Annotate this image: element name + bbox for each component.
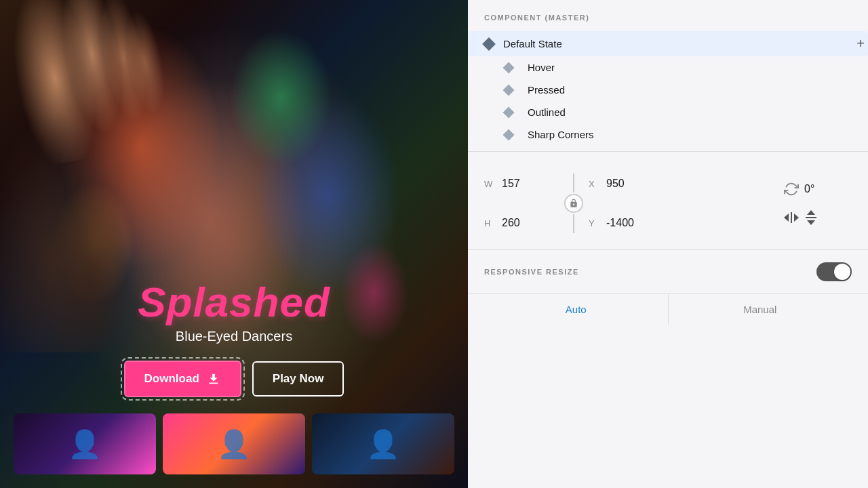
responsive-toggle[interactable] xyxy=(816,262,852,281)
y-label: Y xyxy=(589,218,599,228)
thumb-person-3: 👤 xyxy=(312,413,454,474)
state-sharp-corners[interactable]: Sharp Corners xyxy=(484,123,852,146)
rotation-value: 0° xyxy=(804,183,845,195)
component-label: COMPONENT (MASTER) xyxy=(484,14,852,22)
thumbnails-row: 👤 👤 👤 xyxy=(0,413,468,474)
w-value: 157 xyxy=(502,178,542,190)
state-outlined[interactable]: Outlined xyxy=(484,101,852,123)
app-title: Splashed xyxy=(138,278,330,326)
state-diamond-default xyxy=(482,37,496,51)
divider-1 xyxy=(468,151,868,152)
h-value: 260 xyxy=(502,217,542,229)
rotation-field[interactable]: 0° xyxy=(784,182,845,197)
state-outlined-label: Outlined xyxy=(528,106,852,118)
component-section: COMPONENT (MASTER) Default State + Hover… xyxy=(468,0,868,146)
buttons-row: Download Play Now xyxy=(124,361,344,397)
thumbnail-2[interactable]: 👤 xyxy=(163,413,305,474)
flip-h-icon xyxy=(784,212,799,223)
state-list: Default State + Hover Pressed Outlined xyxy=(484,31,852,146)
download-icon xyxy=(206,371,221,386)
thumbnail-3[interactable]: 👤 xyxy=(312,413,454,474)
auto-manual-section: Auto Manual xyxy=(468,293,868,325)
svg-marker-1 xyxy=(784,214,789,222)
state-diamond-outlined xyxy=(503,106,515,118)
download-label: Download xyxy=(144,372,199,386)
svg-marker-4 xyxy=(807,210,815,215)
lock-icon[interactable] xyxy=(564,194,583,213)
x-value: 950 xyxy=(606,178,647,190)
y-field[interactable]: Y -1400 xyxy=(589,210,670,236)
lock-line-bottom xyxy=(573,214,574,233)
state-hover[interactable]: Hover xyxy=(484,56,852,79)
lock-line-top xyxy=(573,174,574,192)
state-sharp-label: Sharp Corners xyxy=(528,129,852,140)
flip-v-icon xyxy=(806,210,816,225)
playnow-label: Play Now xyxy=(273,372,324,385)
state-diamond-sharp xyxy=(503,129,515,140)
content-overlay: Splashed Blue-Eyed Dancers Download Play… xyxy=(0,278,468,488)
download-button[interactable]: Download xyxy=(124,361,241,397)
y-value: -1400 xyxy=(606,217,647,229)
left-panel: Splashed Blue-Eyed Dancers Download Play… xyxy=(0,0,468,488)
height-field[interactable]: H 260 xyxy=(484,210,559,236)
x-label: X xyxy=(589,179,599,189)
flip-horizontal-button[interactable] xyxy=(784,212,799,223)
thumb-person-2: 👤 xyxy=(163,413,305,474)
thumb-person-1: 👤 xyxy=(14,413,156,474)
state-pressed[interactable]: Pressed xyxy=(484,79,852,101)
flip-vertical-button[interactable] xyxy=(806,210,816,225)
flip-controls xyxy=(784,210,816,225)
lock-svg xyxy=(569,199,578,208)
state-hover-label: Hover xyxy=(528,62,852,73)
auto-button[interactable]: Auto xyxy=(484,294,669,325)
playnow-button[interactable]: Play Now xyxy=(252,361,344,396)
right-panel: COMPONENT (MASTER) Default State + Hover… xyxy=(468,0,868,488)
w-label: W xyxy=(484,179,495,189)
x-field[interactable]: X 950 xyxy=(589,171,670,197)
manual-button[interactable]: Manual xyxy=(669,294,852,325)
width-field[interactable]: W 157 xyxy=(484,171,559,197)
responsive-section: RESPONSIVE RESIZE xyxy=(468,249,868,293)
thumbnail-1[interactable]: 👤 xyxy=(14,413,156,474)
h-label: H xyxy=(484,218,495,228)
state-pressed-label: Pressed xyxy=(528,84,852,96)
state-default-label: Default State xyxy=(503,38,852,49)
responsive-label: RESPONSIVE RESIZE xyxy=(484,268,579,276)
toggle-knob xyxy=(834,264,850,280)
add-state-button[interactable]: + xyxy=(853,37,868,52)
sub-states: Hover Pressed Outlined Sharp Corners xyxy=(484,56,852,146)
state-default[interactable]: Default State + xyxy=(468,31,868,56)
app-subtitle: Blue-Eyed Dancers xyxy=(176,329,292,344)
state-diamond-hover xyxy=(503,62,515,73)
svg-marker-5 xyxy=(807,220,815,225)
lock-connector xyxy=(559,174,589,233)
state-diamond-pressed xyxy=(503,84,515,96)
svg-marker-2 xyxy=(794,214,799,222)
rotation-icon xyxy=(784,182,799,197)
dimensions-section: W 157 H 260 xyxy=(468,157,868,249)
